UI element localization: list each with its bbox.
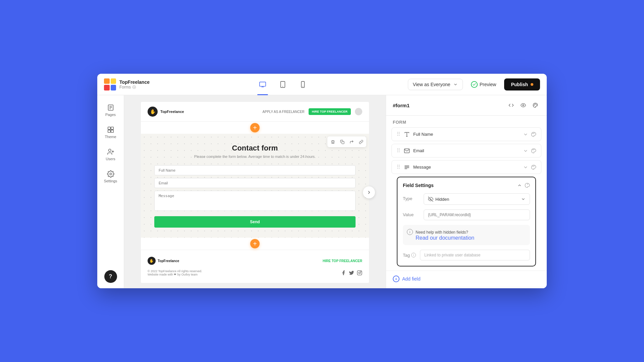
- publish-dot: [531, 83, 533, 86]
- paint-message[interactable]: [531, 165, 536, 170]
- redo-toolbar-btn[interactable]: [347, 138, 356, 146]
- canvas-send-btn[interactable]: Send: [154, 216, 356, 228]
- top-bar-right: View as Everyone Preview Publish: [408, 78, 540, 90]
- tag-label: Tag: [403, 253, 410, 258]
- hire-btn[interactable]: HIRE TOP FREELANCER: [309, 108, 351, 115]
- chevron-down-message[interactable]: [523, 165, 528, 170]
- mobile-device-btn[interactable]: [297, 78, 309, 90]
- footer-copy: © 2022 TopFreelance All rights reserved.…: [148, 269, 202, 276]
- site-footer: ✋ TopFreelance HIRE TOP FREELANCER © 202…: [141, 250, 369, 283]
- svg-point-39: [534, 166, 534, 166]
- nav-links: APPLY AS A FREELANCER HIRE TOP FREELANCE…: [263, 108, 362, 115]
- field-settings-header: Field Settings: [403, 183, 530, 188]
- add-section-top-btn[interactable]: +: [250, 123, 260, 132]
- svg-point-17: [108, 149, 111, 152]
- main-content: Pages Theme Users Settings ?: [97, 95, 547, 288]
- logo-sq-orange: [104, 78, 110, 84]
- field-item-message-left: ⠿ Message: [396, 164, 431, 170]
- tag-info-icon[interactable]: i: [411, 253, 416, 257]
- svg-rect-2: [260, 82, 266, 86]
- paint-email[interactable]: [531, 148, 536, 154]
- paint-settings[interactable]: [525, 183, 530, 188]
- paint-fullname[interactable]: [531, 132, 536, 137]
- palette-icon: [533, 103, 538, 108]
- canvas-wrapper: ✋ TopFreelance APPLY AS A FREELANCER HIR…: [141, 102, 369, 283]
- help-button[interactable]: ?: [104, 270, 117, 283]
- theme-label: Theme: [105, 135, 116, 139]
- view-as-dropdown[interactable]: View as Everyone: [408, 79, 463, 90]
- add-section-bottom-btn[interactable]: +: [250, 239, 260, 248]
- pages-label: Pages: [105, 113, 116, 117]
- chevron-down-email[interactable]: [523, 148, 528, 154]
- publish-button[interactable]: Publish: [504, 78, 540, 90]
- drag-handle-email[interactable]: ⠿: [396, 147, 400, 154]
- theme-icon: [107, 126, 114, 133]
- collapse-icon[interactable]: [517, 183, 522, 188]
- code-icon: [508, 103, 514, 108]
- svg-rect-20: [341, 141, 344, 143]
- form-title: Contact form: [154, 144, 356, 153]
- footer-logo-text: TopFreelance: [158, 259, 179, 263]
- field-item-message[interactable]: ⠿ Message: [391, 160, 541, 174]
- desktop-device-btn[interactable]: [257, 78, 269, 90]
- type-select[interactable]: Hidden: [424, 193, 530, 205]
- form-section-label: Form: [386, 116, 547, 127]
- canvas-expand-btn[interactable]: [363, 186, 375, 198]
- svg-rect-15: [108, 130, 110, 132]
- add-section-top: +: [141, 122, 369, 134]
- value-control: [424, 209, 530, 220]
- sidebar-item-users[interactable]: Users: [101, 145, 121, 164]
- field-settings-panel: Field Settings Type: [397, 177, 536, 266]
- brand-sub: Forms: [119, 85, 150, 89]
- form-toolbar: [327, 136, 366, 147]
- paint-panel-btn[interactable]: [531, 101, 540, 110]
- logo-area: TopFreelance Forms: [104, 78, 158, 90]
- tag-value: Linked to private user database: [420, 250, 530, 260]
- link-toolbar-btn[interactable]: [357, 138, 365, 146]
- logo-sq-blue: [111, 85, 116, 90]
- svg-rect-16: [111, 130, 113, 132]
- delete-toolbar-btn[interactable]: [329, 138, 337, 146]
- value-input[interactable]: [424, 209, 530, 220]
- email-icon: [404, 148, 410, 154]
- canvas-email-field[interactable]: [154, 178, 356, 188]
- drag-handle-message[interactable]: ⠿: [396, 164, 400, 170]
- footer-social: [341, 270, 362, 276]
- svg-rect-21: [357, 270, 362, 275]
- panel-title: #form1: [393, 103, 410, 108]
- svg-point-24: [523, 105, 524, 106]
- svg-point-32: [533, 133, 533, 133]
- eye-panel-btn[interactable]: [519, 101, 528, 110]
- footer-logo-icon: ✋: [148, 257, 156, 265]
- top-bar-center: [163, 78, 402, 90]
- sidebar-item-pages[interactable]: Pages: [101, 101, 121, 120]
- help-text: Need help with hidden fields?: [416, 230, 468, 235]
- sidebar-item-theme[interactable]: Theme: [101, 123, 121, 142]
- field-name-fullname: Full Name: [413, 132, 433, 137]
- footer-bottom: © 2022 TopFreelance All rights reserved.…: [148, 269, 362, 276]
- add-field-plus-icon: +: [393, 276, 399, 282]
- copy-toolbar-btn[interactable]: [338, 138, 346, 146]
- svg-point-33: [534, 149, 534, 149]
- svg-point-22: [359, 272, 360, 274]
- tablet-device-btn[interactable]: [277, 78, 289, 90]
- preview-label: Preview: [480, 82, 496, 87]
- eye-icon: [521, 103, 526, 108]
- drag-handle-fullname[interactable]: ⠿: [396, 131, 400, 137]
- add-section-bottom: +: [141, 238, 369, 250]
- field-item-fullname[interactable]: ⠿ Full Name: [391, 127, 541, 141]
- users-label: Users: [106, 157, 115, 161]
- view-as-label: View as Everyone: [413, 82, 450, 87]
- canvas-message-field[interactable]: [154, 191, 356, 211]
- add-field-btn[interactable]: + Add field: [386, 270, 547, 287]
- chevron-down-fullname[interactable]: [523, 132, 528, 137]
- preview-button[interactable]: Preview: [467, 78, 500, 90]
- field-item-email[interactable]: ⠿ Email: [391, 144, 541, 158]
- help-link[interactable]: Read our documentation: [416, 235, 474, 241]
- tag-label-wrapper: Tag i: [403, 253, 416, 258]
- pages-icon: [107, 104, 114, 111]
- sidebar-item-settings[interactable]: Settings: [101, 167, 121, 186]
- publish-label: Publish: [511, 82, 528, 87]
- code-panel-btn[interactable]: [506, 101, 516, 110]
- canvas-fullname-field[interactable]: [154, 165, 356, 175]
